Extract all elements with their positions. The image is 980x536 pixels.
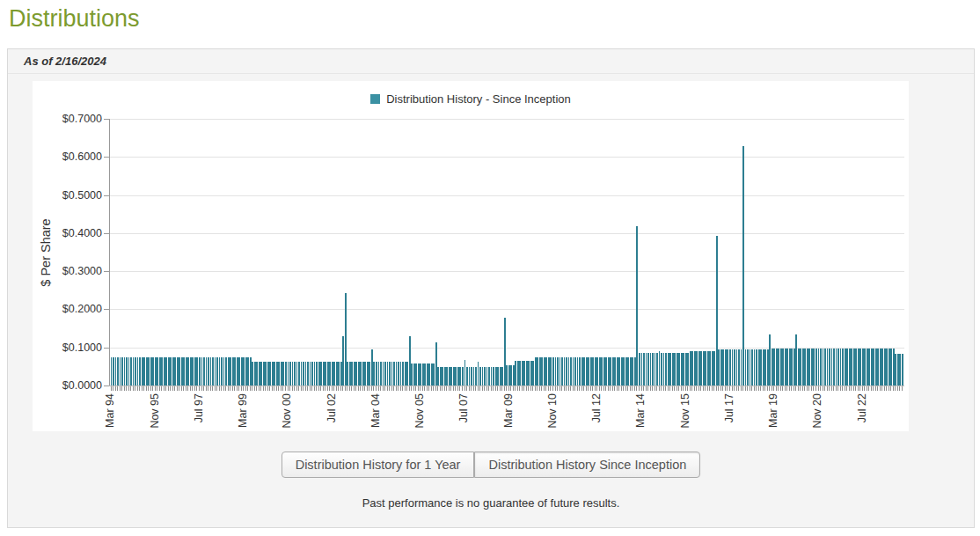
x-minor-tick (515, 386, 516, 391)
x-minor-tick (859, 386, 860, 391)
x-minor-tick (281, 386, 282, 391)
x-minor-tick (396, 386, 397, 391)
x-minor-tick (566, 386, 567, 391)
x-minor-tick (837, 386, 838, 391)
x-minor-tick (161, 386, 162, 391)
x-minor-tick (486, 386, 487, 391)
x-minor-tick (199, 386, 200, 391)
x-minor-tick (853, 386, 854, 391)
x-minor-tick (868, 386, 869, 391)
x-minor-tick (778, 386, 779, 391)
x-minor-tick (750, 386, 750, 391)
x-minor-tick (431, 386, 432, 391)
x-minor-tick (873, 386, 874, 391)
x-minor-tick (627, 386, 628, 391)
x-minor-tick (539, 386, 540, 391)
x-minor-tick (332, 386, 333, 391)
x-minor-tick (427, 386, 428, 391)
x-minor-tick (333, 386, 334, 391)
x-minor-tick (599, 386, 600, 391)
x-minor-tick (168, 386, 169, 391)
x-minor-tick (111, 386, 112, 391)
x-minor-tick (630, 386, 631, 391)
x-minor-tick (818, 386, 819, 391)
x-minor-tick (764, 386, 765, 391)
x-minor-tick (422, 386, 423, 391)
x-minor-tick (301, 386, 302, 391)
x-minor-tick (601, 386, 602, 391)
x-minor-tick (736, 386, 737, 391)
x-minor-tick (413, 386, 414, 391)
x-minor-tick (504, 386, 505, 391)
x-minor-tick (595, 386, 596, 391)
x-tick-label: Nov 20 (811, 393, 823, 429)
x-minor-tick (157, 386, 157, 391)
x-minor-tick (669, 386, 670, 391)
x-minor-tick (579, 386, 580, 391)
x-minor-tick (738, 386, 739, 391)
x-minor-tick (260, 386, 261, 391)
x-minor-tick (405, 386, 406, 391)
x-minor-tick (672, 386, 673, 391)
x-minor-tick (428, 386, 429, 391)
x-tick-label: Jul 22 (856, 393, 868, 422)
x-minor-tick (150, 386, 151, 391)
x-minor-tick (384, 386, 385, 391)
x-minor-tick (336, 386, 337, 391)
x-minor-tick (668, 386, 669, 391)
x-minor-tick (820, 386, 821, 391)
x-minor-tick (435, 386, 436, 391)
x-minor-tick (700, 386, 701, 391)
x-minor-tick (130, 386, 131, 391)
x-minor-tick (729, 386, 730, 391)
x-minor-tick (360, 386, 361, 391)
x-minor-tick (274, 386, 274, 391)
x-minor-tick (469, 386, 470, 391)
x-minor-tick (276, 386, 277, 391)
x-minor-tick (650, 386, 651, 391)
x-minor-tick (294, 386, 295, 391)
x-minor-tick (500, 386, 501, 391)
x-minor-tick (827, 386, 828, 391)
legend-label: Distribution History - Since Inception (386, 92, 571, 106)
x-minor-tick (387, 386, 388, 391)
x-minor-tick (265, 386, 266, 391)
x-minor-tick (345, 386, 346, 391)
history-toggle-group: Distribution History for 1 Year Distribu… (8, 452, 974, 478)
x-minor-tick (391, 386, 392, 391)
x-minor-tick (165, 386, 166, 391)
x-minor-tick (780, 386, 781, 391)
x-minor-tick (561, 386, 562, 391)
x-minor-tick (241, 386, 242, 391)
x-minor-tick (641, 386, 642, 391)
x-minor-tick (877, 386, 878, 391)
x-minor-tick (808, 386, 809, 391)
x-minor-tick (592, 386, 593, 391)
x-minor-tick (323, 386, 324, 391)
x-minor-tick (117, 386, 118, 391)
x-minor-tick (858, 386, 859, 391)
x-minor-tick (513, 386, 514, 391)
x-minor-tick (282, 386, 283, 391)
x-tick-label: Jul 17 (723, 393, 735, 422)
gridline (109, 233, 904, 234)
x-minor-tick (484, 386, 485, 391)
x-minor-tick (393, 386, 394, 391)
x-minor-tick (475, 386, 476, 391)
x-minor-tick (687, 386, 688, 391)
x-minor-tick (203, 386, 204, 391)
x-minor-tick (292, 386, 293, 391)
y-tick-label: $0.4000 (33, 226, 102, 240)
x-minor-tick (278, 386, 279, 391)
x-minor-tick (194, 386, 195, 391)
x-minor-tick (303, 386, 304, 391)
history-since-inception-button[interactable]: Distribution History Since Inception (474, 452, 700, 478)
x-minor-tick (643, 386, 644, 391)
x-minor-tick (478, 386, 479, 391)
x-minor-tick (493, 386, 494, 391)
x-minor-tick (548, 386, 549, 391)
history-1-year-button[interactable]: Distribution History for 1 Year (282, 452, 475, 478)
x-minor-tick (846, 386, 847, 391)
x-minor-tick (789, 386, 790, 391)
x-minor-tick (772, 386, 772, 391)
